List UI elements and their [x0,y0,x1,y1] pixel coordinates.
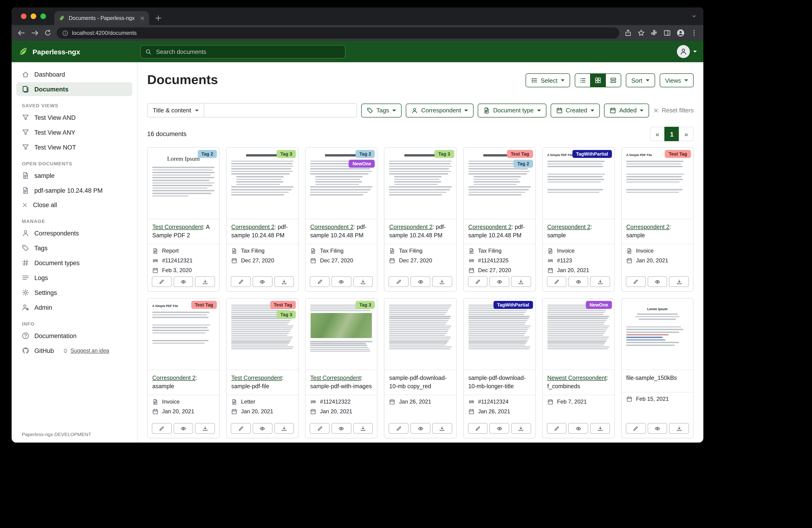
view-list-button[interactable] [575,73,590,87]
tag-badge[interactable]: Tag 2 [356,150,375,158]
edit-button[interactable] [547,423,566,434]
tag-badge[interactable]: Tag 3 [356,301,375,309]
edit-button[interactable] [626,423,646,434]
correspondent-link[interactable]: Correspondent 2 [231,224,274,230]
tag-badge[interactable]: Test Tag [665,150,691,158]
browser-tab[interactable]: Documents - Paperless-ngx [54,11,149,25]
view-button[interactable] [490,423,509,434]
sidebar-item-github[interactable]: GitHub Suggest an idea [16,344,132,358]
side-panel-icon[interactable] [664,29,671,37]
view-button[interactable] [173,276,193,287]
search-input[interactable] [155,47,340,56]
correspondent-link[interactable]: Correspondent 2 [547,224,590,230]
app-brand[interactable]: Paperless-ngx [18,46,140,57]
edit-button[interactable] [468,276,488,287]
view-button[interactable] [568,423,588,434]
document-preview[interactable]: Tag 3 [306,299,377,370]
sidebar-close-all[interactable]: Close all [16,198,132,212]
correspondent-link[interactable]: Correspondent 2 [310,224,353,230]
title-content-dropdown[interactable]: Title & content [147,103,204,117]
document-preview[interactable]: A Simple PDF FileTest Tag [622,148,693,219]
tag-badge[interactable]: NewOne [586,301,612,309]
edit-button[interactable] [389,276,408,287]
extensions-icon[interactable] [650,29,658,37]
correspondent-filter-button[interactable]: Correspondent [406,103,474,117]
correspondent-link[interactable]: Test Correspondent [231,375,282,381]
tag-badge[interactable]: NewOne [349,160,375,168]
sidebar-item-documentation[interactable]: Documentation [16,329,132,343]
pagination-page-1[interactable]: 1 [664,127,679,141]
view-grid-button[interactable] [590,73,606,87]
download-button[interactable] [669,423,689,434]
correspondent-link[interactable]: Test Correspondent [152,224,203,230]
download-button[interactable] [590,423,610,434]
added-filter-button[interactable]: Added [604,103,649,117]
tag-badge[interactable]: Tag 2 [198,150,217,158]
forward-button[interactable] [31,29,39,37]
pagination-next[interactable]: » [679,127,694,141]
correspondent-link[interactable]: Correspondent 2 [626,224,669,230]
edit-button[interactable] [152,423,172,434]
sidebar-item-test-view-not[interactable]: Test View NOT [16,140,132,154]
document-preview[interactable]: Tag 2NewOne [306,148,377,219]
document-preview[interactable]: Tag 3 [227,148,298,219]
tag-badge[interactable]: Test Tag [191,301,217,309]
download-button[interactable] [590,276,610,287]
address-bar[interactable]: localhost:4200/documents [57,27,619,39]
view-button[interactable] [332,276,351,287]
browser-profile-avatar[interactable] [677,29,685,37]
download-button[interactable] [511,423,531,434]
download-button[interactable] [353,276,373,287]
tag-badge[interactable]: Test Tag [507,150,533,158]
reload-button[interactable] [44,29,52,37]
new-tab-button[interactable] [155,14,162,22]
edit-button[interactable] [310,276,330,287]
view-details-button[interactable] [605,73,621,87]
sidebar-item-test-view-and[interactable]: Test View AND [16,111,132,125]
user-menu[interactable] [677,45,697,58]
document-preview[interactable]: A Simple PDF FileTest Tag [148,299,219,370]
view-button[interactable] [332,423,351,434]
sidebar-item-documents[interactable]: Documents [16,82,132,96]
document-preview[interactable] [385,299,456,370]
download-button[interactable] [274,276,294,287]
edit-button[interactable] [626,276,646,287]
zoom-window-button[interactable] [40,13,46,19]
browser-menu-icon[interactable] [690,29,698,37]
document-preview[interactable]: Test TagTag 3 [227,299,298,370]
document-preview[interactable]: NewOne [542,299,614,370]
sidebar-item-dashboard[interactable]: Dashboard [16,67,132,81]
download-button[interactable] [432,276,452,287]
tab-search-chevron-icon[interactable] [691,13,697,19]
edit-button[interactable] [547,276,566,287]
download-button[interactable] [195,423,215,434]
download-button[interactable] [511,276,531,287]
view-button[interactable] [648,423,667,434]
correspondent-link[interactable]: Correspondent 2 [152,375,195,381]
correspondent-link[interactable]: Correspondent 2 [389,224,433,230]
document-preview[interactable]: Lorem IpsumTag 2 [148,148,219,219]
tags-filter-button[interactable]: Tags [361,103,402,117]
tag-badge[interactable]: TagWithPartial [572,150,612,158]
suggest-idea-link[interactable]: Suggest an idea [63,348,109,353]
document-preview[interactable]: TagWithPartial [464,299,535,370]
sidebar-item-admin[interactable]: Admin [16,300,132,314]
close-window-button[interactable] [21,13,27,19]
view-button[interactable] [252,423,272,434]
document-type-filter-button[interactable]: Document type [478,103,546,117]
pagination-prev[interactable]: « [650,127,665,141]
edit-button[interactable] [231,276,250,287]
edit-button[interactable] [231,423,250,434]
back-button[interactable] [17,29,26,37]
sidebar-open-doc-pdf-sample[interactable]: pdf-sample 10.24.48 PM [16,183,132,197]
sidebar-item-correspondents[interactable]: Correspondents [16,226,132,240]
view-button[interactable] [410,276,430,287]
sort-button[interactable]: Sort [626,73,655,87]
views-button[interactable]: Views [659,73,694,87]
tag-badge[interactable]: TagWithPartial [493,301,533,309]
view-button[interactable] [252,276,272,287]
sidebar-open-doc-sample[interactable]: sample [16,169,132,183]
tab-close-icon[interactable] [140,16,145,21]
filter-text-input[interactable] [204,103,357,117]
view-button[interactable] [410,423,430,434]
